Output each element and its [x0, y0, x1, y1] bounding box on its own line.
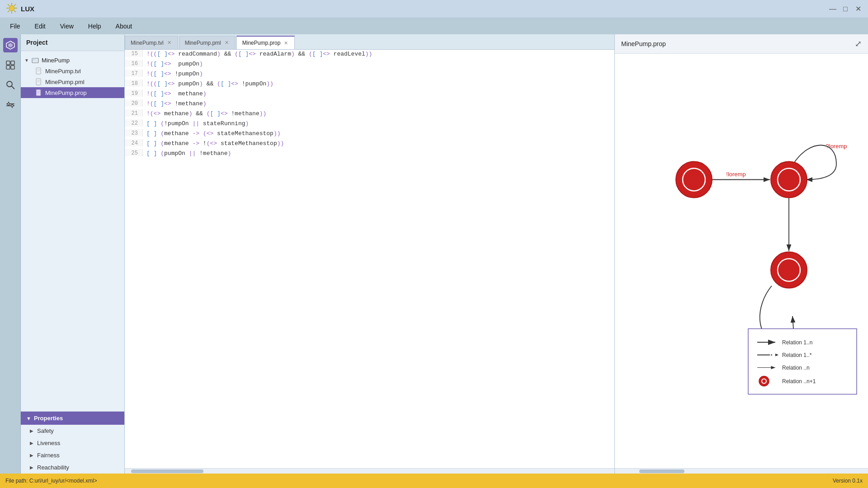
menu-file[interactable]: File: [4, 21, 27, 32]
prop-fairness[interactable]: ▶ Fairness: [21, 449, 124, 461]
code-editor[interactable]: 15 !(([ ]<> readCommand) && ([ ]<> readA…: [125, 50, 614, 468]
diagram-header: MinePump.prop ⤢: [615, 34, 868, 54]
code-line-17: 17 !([ ]<> !pumpOn): [125, 70, 614, 80]
editor-scrollbar-thumb[interactable]: [131, 469, 203, 473]
diagram-scrollbar[interactable]: [615, 468, 868, 474]
tab-bar: MinePump.tvl ✕ MinePump.pml ✕ MinePump.p…: [125, 34, 614, 50]
close-button[interactable]: ✕: [854, 5, 863, 14]
svg-point-15: [7, 81, 12, 87]
prop-safety-label: Safety: [37, 427, 54, 434]
tab-pml-close[interactable]: ✕: [224, 39, 230, 46]
prop-reachability-arrow: ▶: [30, 465, 33, 470]
prop-reachability-label: Reachability: [37, 464, 69, 471]
tab-prop-close[interactable]: ✕: [283, 40, 289, 47]
svg-text:Relation ..n+1: Relation ..n+1: [782, 378, 816, 385]
tab-prop-label: MinePump.prop: [242, 40, 281, 46]
svg-line-5: [8, 4, 9, 6]
prop-liveness-arrow: ▶: [30, 441, 33, 446]
svg-rect-14: [11, 66, 14, 69]
file-icon-pml: [35, 78, 42, 85]
prop-fairness-label: Fairness: [37, 452, 60, 459]
file-icon-prop: [35, 89, 42, 96]
app-title: LUX: [21, 5, 828, 13]
svg-line-6: [14, 10, 16, 12]
svg-line-7: [14, 4, 16, 6]
tab-pml-label: MinePump.pml: [185, 40, 221, 46]
minimize-button[interactable]: —: [828, 5, 837, 14]
code-line-15: 15 !(([ ]<> readCommand) && ([ ]<> readA…: [125, 50, 614, 60]
svg-line-8: [8, 10, 9, 12]
sidebar-project-icon[interactable]: [3, 38, 18, 52]
folder-name: MinePump: [42, 57, 70, 64]
tab-pml[interactable]: MinePump.pml ✕: [179, 36, 236, 49]
properties-label: Properties: [34, 415, 63, 422]
status-filepath: File path: C:url/url_iuy/ur/<model.xml>: [5, 478, 97, 484]
icon-sidebar: [0, 34, 21, 474]
menu-edit[interactable]: Edit: [28, 21, 52, 32]
project-header: Project: [21, 34, 124, 51]
prop-liveness[interactable]: ▶ Liveness: [21, 437, 124, 449]
svg-rect-13: [6, 66, 10, 69]
menubar: File Edit View Help About: [0, 18, 868, 34]
svg-text:?loremp: ?loremp: [826, 143, 847, 150]
file-pml[interactable]: MinePump.pml: [21, 76, 124, 87]
code-line-21: 21 !(<> methane) && ([ ]<> !methane)): [125, 109, 614, 119]
file-tree: ▼ MinePump MinePump.tvl MinePump.pml: [21, 51, 124, 411]
expand-icon[interactable]: ⤢: [855, 39, 862, 49]
editor-area: MinePump.tvl ✕ MinePump.pml ✕ MinePump.p…: [125, 34, 615, 474]
file-prop[interactable]: MinePump.prop: [21, 87, 124, 98]
svg-text:Relation 1..*: Relation 1..*: [782, 352, 812, 358]
sidebar-search-icon[interactable]: [3, 78, 18, 92]
sidebar-diagram-icon[interactable]: [3, 58, 18, 72]
editor-scrollbar[interactable]: [125, 468, 614, 474]
tab-tvl-close[interactable]: ✕: [166, 39, 172, 46]
prop-liveness-label: Liveness: [37, 440, 60, 446]
svg-point-43: [778, 169, 800, 191]
svg-marker-10: [8, 43, 13, 47]
prop-safety-arrow: ▶: [30, 428, 33, 433]
svg-point-0: [9, 5, 14, 11]
statusbar: File path: C:url/url_iuy/ur/<model.xml> …: [0, 474, 868, 488]
diagram-scrollbar-thumb[interactable]: [639, 469, 684, 473]
menu-help[interactable]: Help: [82, 21, 108, 32]
properties-section: ▼ Properties ▶ Safety ▶ Liveness ▶ Fairn…: [21, 411, 124, 474]
menu-about[interactable]: About: [109, 21, 139, 32]
menu-view[interactable]: View: [54, 21, 80, 32]
properties-header[interactable]: ▼ Properties: [21, 412, 124, 425]
main-area: Project ▼ MinePump MinePump.tvl: [0, 34, 868, 474]
svg-point-41: [683, 169, 705, 191]
project-panel: Project ▼ MinePump MinePump.tvl: [21, 34, 125, 474]
code-line-20: 20 !([ ]<> !methane): [125, 99, 614, 109]
code-line-19: 19 !([ ]<> methane): [125, 89, 614, 99]
diagram-svg: !loremp ?loremp: [615, 54, 868, 468]
app-logo: [5, 2, 18, 16]
tab-tvl[interactable]: MinePump.tvl ✕: [125, 36, 178, 49]
file-tvl-name: MinePump.tvl: [45, 68, 81, 75]
svg-text:!loremp: !loremp: [726, 171, 745, 178]
titlebar: LUX — □ ✕: [0, 0, 868, 18]
svg-rect-24: [32, 58, 35, 60]
code-line-24: 24 [ ] (methane -> !(<> stateMethanestop…: [125, 139, 614, 149]
file-tvl[interactable]: MinePump.tvl: [21, 66, 124, 76]
diagram-panel: MinePump.prop ⤢ !loremp ?loremp: [615, 34, 868, 474]
sidebar-tools-icon[interactable]: [3, 98, 18, 112]
code-line-23: 23 [ ] (methane -> (<> stateMethanestop)…: [125, 129, 614, 139]
svg-point-21: [8, 103, 9, 105]
svg-text:Relation ..n: Relation ..n: [782, 365, 810, 371]
maximize-button[interactable]: □: [841, 5, 850, 14]
svg-rect-11: [6, 61, 10, 65]
tab-prop[interactable]: MinePump.prop ✕: [236, 36, 295, 49]
diagram-title: MinePump.prop: [621, 40, 666, 47]
file-icon-tvl: [35, 67, 42, 75]
code-line-22: 22 [ ] (!pumpOn || stateRunning): [125, 119, 614, 129]
prop-fairness-arrow: ▶: [30, 453, 33, 458]
svg-point-56: [762, 379, 766, 384]
svg-text:Relation 1..n: Relation 1..n: [782, 339, 812, 346]
prop-safety[interactable]: ▶ Safety: [21, 425, 124, 437]
folder-minepump[interactable]: ▼ MinePump: [21, 55, 124, 66]
prop-reachability[interactable]: ▶ Reachability: [21, 461, 124, 474]
code-line-25: 25 [ ] (pumpOn || !methane): [125, 149, 614, 159]
svg-point-45: [778, 259, 800, 282]
diagram-content[interactable]: !loremp ?loremp: [615, 54, 868, 468]
code-line-18: 18 !(([ ]<> pumpOn) && ([ ]<> !pumpOn)): [125, 80, 614, 89]
